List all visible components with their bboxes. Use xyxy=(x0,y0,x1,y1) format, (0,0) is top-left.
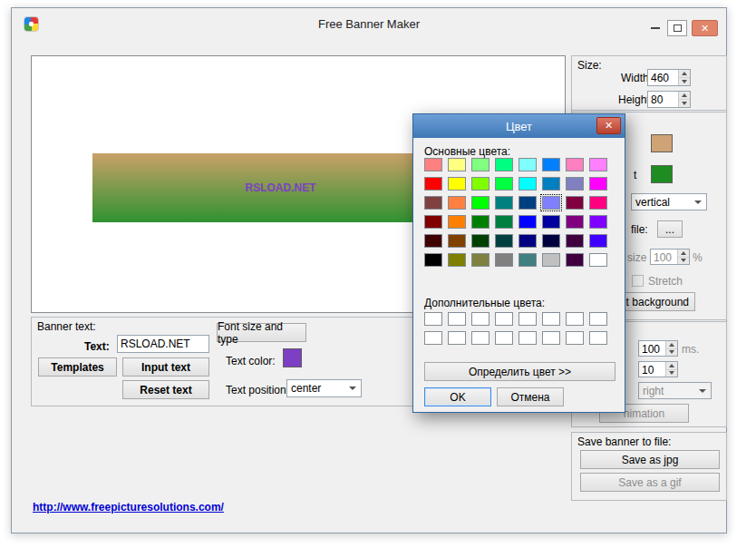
input-text-button[interactable]: Input text xyxy=(122,357,209,377)
stretch-checkbox[interactable] xyxy=(632,275,644,287)
basic-color-swatch[interactable] xyxy=(566,215,584,229)
basic-color-swatch[interactable] xyxy=(448,253,466,267)
frames-spinner[interactable]: 10 xyxy=(638,361,678,377)
delay-spin-down-button[interactable] xyxy=(666,349,677,357)
define-color-button[interactable]: Определить цвет >> xyxy=(424,362,615,381)
basic-color-swatch[interactable] xyxy=(495,234,513,248)
basic-color-swatch[interactable] xyxy=(589,234,607,248)
custom-color-swatch[interactable] xyxy=(542,312,560,326)
basic-color-swatch[interactable] xyxy=(566,196,584,210)
width-value[interactable]: 460 xyxy=(648,70,678,85)
basic-color-swatch[interactable] xyxy=(589,253,607,267)
maximize-button[interactable] xyxy=(667,20,687,36)
basic-color-swatch[interactable] xyxy=(448,234,466,248)
close-button[interactable]: ✕ xyxy=(692,20,718,36)
basic-color-swatch[interactable] xyxy=(424,215,442,229)
text-color-swatch[interactable] xyxy=(283,348,302,367)
custom-color-swatch[interactable] xyxy=(424,331,442,345)
frames-spin-up-button[interactable] xyxy=(666,362,677,370)
basic-color-swatch[interactable] xyxy=(589,215,607,229)
basic-color-swatch[interactable] xyxy=(495,158,513,171)
basic-color-swatch[interactable] xyxy=(495,196,513,210)
frames-spin-down-button[interactable] xyxy=(666,370,677,377)
basic-color-swatch[interactable] xyxy=(589,158,607,171)
height-spin-down-button[interactable] xyxy=(679,100,690,107)
basic-color-swatch[interactable] xyxy=(519,234,537,248)
custom-color-swatch[interactable] xyxy=(519,331,537,345)
custom-color-swatch[interactable] xyxy=(542,331,560,345)
width-spin-up-button[interactable] xyxy=(679,70,690,78)
custom-color-swatch[interactable] xyxy=(589,331,607,345)
basic-color-swatch[interactable] xyxy=(448,158,466,171)
delay-value[interactable]: 100 xyxy=(639,341,665,356)
basic-color-swatch[interactable] xyxy=(542,158,560,171)
basic-color-swatch[interactable] xyxy=(589,196,607,210)
save-as-gif-button[interactable]: Save as a gif xyxy=(580,473,720,492)
basic-color-swatch[interactable] xyxy=(448,177,466,191)
picture-size-spinner[interactable]: 100 xyxy=(650,249,690,265)
basic-color-swatch[interactable] xyxy=(424,234,442,248)
custom-color-swatch[interactable] xyxy=(495,331,513,345)
background-color2-swatch[interactable] xyxy=(651,165,673,183)
basic-color-swatch[interactable] xyxy=(519,196,537,210)
custom-color-swatch[interactable] xyxy=(589,312,607,326)
basic-color-swatch[interactable] xyxy=(542,196,560,210)
width-spinner[interactable]: 460 xyxy=(647,69,691,86)
basic-color-swatch[interactable] xyxy=(519,253,537,267)
basic-color-swatch[interactable] xyxy=(519,215,537,229)
custom-color-swatch[interactable] xyxy=(471,331,489,345)
basic-color-swatch[interactable] xyxy=(566,234,584,248)
basic-color-swatch[interactable] xyxy=(471,253,489,267)
basic-color-swatch[interactable] xyxy=(448,196,466,210)
browse-file-button[interactable]: ... xyxy=(657,220,683,238)
basic-color-swatch[interactable] xyxy=(566,177,584,191)
templates-button[interactable]: Templates xyxy=(38,357,117,377)
basic-color-swatch[interactable] xyxy=(519,177,537,191)
basic-color-swatch[interactable] xyxy=(424,177,442,191)
ok-button[interactable]: OK xyxy=(424,387,491,406)
basic-color-swatch[interactable] xyxy=(495,215,513,229)
basic-color-swatch[interactable] xyxy=(424,196,442,210)
save-as-jpg-button[interactable]: Save as jpg xyxy=(580,450,720,469)
background-color1-swatch[interactable] xyxy=(651,134,673,152)
font-size-type-button[interactable]: Font size and type xyxy=(217,323,306,342)
height-spinner[interactable]: 80 xyxy=(647,91,691,108)
delay-spinner[interactable]: 100 xyxy=(638,340,678,357)
custom-color-swatch[interactable] xyxy=(448,312,466,326)
cancel-button[interactable]: Отмена xyxy=(497,387,564,406)
basic-color-swatch[interactable] xyxy=(471,234,489,248)
height-value[interactable]: 80 xyxy=(648,92,678,107)
basic-color-swatch[interactable] xyxy=(495,253,513,267)
delay-spin-up-button[interactable] xyxy=(666,341,677,349)
height-spin-up-button[interactable] xyxy=(679,92,690,100)
basic-color-swatch[interactable] xyxy=(542,177,560,191)
custom-color-swatch[interactable] xyxy=(448,331,466,345)
size-spin-up-button[interactable] xyxy=(678,250,689,258)
basic-color-swatch[interactable] xyxy=(542,253,560,267)
custom-color-swatch[interactable] xyxy=(495,312,513,326)
gradient-direction-dropdown[interactable]: vertical xyxy=(631,193,707,210)
basic-color-swatch[interactable] xyxy=(424,253,442,267)
basic-color-swatch[interactable] xyxy=(471,215,489,229)
width-spin-down-button[interactable] xyxy=(679,78,690,85)
reset-text-button[interactable]: Reset text xyxy=(122,380,209,399)
basic-color-swatch[interactable] xyxy=(519,158,537,171)
basic-color-swatch[interactable] xyxy=(495,177,513,191)
custom-color-swatch[interactable] xyxy=(566,312,584,326)
banner-text-input[interactable] xyxy=(117,335,209,353)
picture-size-value[interactable]: 100 xyxy=(651,250,677,264)
website-link[interactable]: http://www.freepicturesolutions.com/ xyxy=(33,501,224,514)
basic-color-swatch[interactable] xyxy=(424,158,442,171)
custom-color-swatch[interactable] xyxy=(566,331,584,345)
animation-direction-dropdown[interactable]: right xyxy=(638,382,712,399)
basic-color-swatch[interactable] xyxy=(471,177,489,191)
basic-color-swatch[interactable] xyxy=(589,177,607,191)
basic-color-swatch[interactable] xyxy=(566,253,584,267)
basic-color-swatch[interactable] xyxy=(542,215,560,229)
color-dialog-close-button[interactable]: ✕ xyxy=(596,117,621,134)
size-spin-down-button[interactable] xyxy=(678,258,689,265)
frames-value[interactable]: 10 xyxy=(639,362,665,377)
basic-color-swatch[interactable] xyxy=(448,215,466,229)
minimize-button[interactable] xyxy=(645,20,665,36)
basic-color-swatch[interactable] xyxy=(566,158,584,171)
